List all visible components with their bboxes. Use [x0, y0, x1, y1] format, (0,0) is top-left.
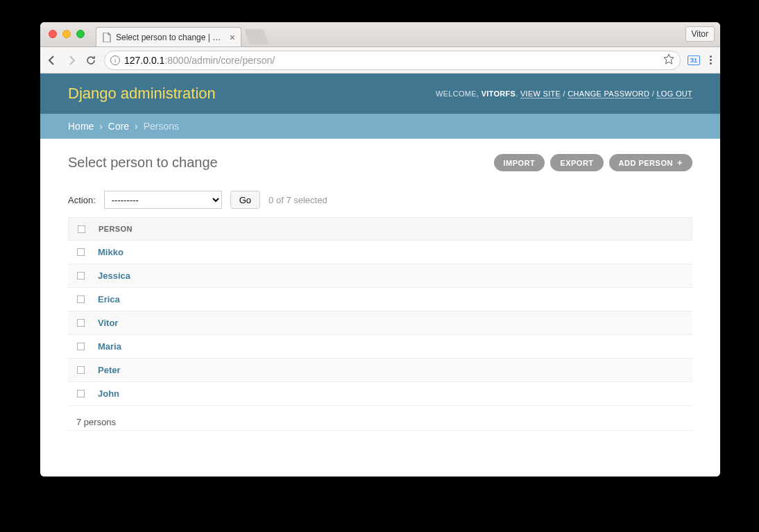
- select-all-checkbox[interactable]: [78, 225, 86, 233]
- table-row: Mikko: [68, 241, 692, 264]
- person-link[interactable]: John: [98, 388, 119, 399]
- browser-window: Select person to change | Djan × Vitor i…: [40, 22, 720, 477]
- person-link[interactable]: Vitor: [98, 318, 118, 328]
- person-link[interactable]: Jessica: [98, 271, 130, 281]
- url-text[interactable]: 127.0.0.1:8000/admin/core/person/: [124, 55, 659, 66]
- back-button[interactable]: [46, 54, 58, 67]
- row-checkbox[interactable]: [77, 366, 85, 375]
- chrome-menu-icon[interactable]: [707, 55, 715, 65]
- logout-link[interactable]: LOG OUT: [656, 89, 692, 98]
- add-person-label: ADD PERSON: [619, 159, 673, 167]
- url-host: 127.0.0.1: [124, 55, 164, 66]
- row-checkbox[interactable]: [77, 343, 85, 351]
- table-row: Maria: [68, 335, 692, 359]
- tab-title: Select person to change | Djan: [116, 33, 225, 42]
- bookmark-star-icon[interactable]: [663, 53, 674, 67]
- person-link[interactable]: Peter: [98, 365, 121, 375]
- window-controls: [49, 30, 85, 38]
- django-header: Django administration WELCOME, VITORFS. …: [40, 74, 720, 114]
- forward-button[interactable]: [65, 54, 78, 67]
- action-select[interactable]: ---------: [104, 191, 222, 209]
- content-area: Select person to change IMPORT EXPORT AD…: [40, 139, 720, 446]
- breadcrumb: Home › Core › Persons: [40, 114, 720, 139]
- add-person-button[interactable]: ADD PERSON +: [609, 154, 692, 171]
- row-checkbox[interactable]: [77, 390, 85, 398]
- table-row: Vitor: [68, 311, 692, 335]
- export-button[interactable]: EXPORT: [550, 154, 603, 171]
- person-link[interactable]: Erica: [98, 294, 120, 304]
- chrome-titlebar: Select person to change | Djan × Vitor: [40, 22, 720, 47]
- col-person-header[interactable]: PERSON: [99, 225, 133, 233]
- object-tools: IMPORT EXPORT ADD PERSON +: [494, 154, 692, 171]
- browser-toolbar: i 127.0.0.1:8000/admin/core/person/ 31: [40, 47, 720, 74]
- new-tab-button[interactable]: [244, 29, 269, 44]
- row-checkbox[interactable]: [77, 272, 85, 280]
- extension-icon[interactable]: 31: [688, 55, 700, 65]
- reload-button[interactable]: [85, 54, 97, 67]
- row-checkbox[interactable]: [77, 248, 85, 257]
- maximize-window-button[interactable]: [76, 30, 85, 38]
- table-row: Erica: [68, 288, 692, 311]
- minimize-window-button[interactable]: [62, 30, 71, 38]
- table-header-row: PERSON: [68, 217, 692, 241]
- change-password-link[interactable]: CHANGE PASSWORD: [568, 89, 649, 98]
- selection-count: 0 of 7 selected: [268, 195, 327, 205]
- address-bar[interactable]: i 127.0.0.1:8000/admin/core/person/: [104, 51, 681, 70]
- table-footer: 7 persons: [68, 406, 692, 431]
- table-row: Jessica: [68, 264, 692, 288]
- person-link[interactable]: Mikko: [98, 247, 123, 257]
- browser-tab[interactable]: Select person to change | Djan ×: [96, 27, 241, 46]
- results-table: PERSON Mikko Jessica Erica Vitor: [68, 217, 692, 431]
- row-checkbox[interactable]: [77, 319, 85, 327]
- row-checkbox[interactable]: [77, 295, 85, 304]
- actions-row: Action: --------- Go 0 of 7 selected: [68, 191, 692, 209]
- person-link[interactable]: Maria: [98, 341, 121, 352]
- action-label: Action:: [68, 195, 96, 205]
- breadcrumb-core[interactable]: Core: [108, 121, 129, 132]
- page-title: Select person to change: [68, 155, 218, 171]
- welcome-label: WELCOME,: [436, 89, 481, 98]
- breadcrumb-current: Persons: [144, 121, 179, 132]
- go-button[interactable]: Go: [230, 191, 260, 209]
- url-path: :8000/admin/core/person/: [164, 55, 275, 66]
- page-viewport: Django administration WELCOME, VITORFS. …: [40, 74, 720, 477]
- close-window-button[interactable]: [49, 30, 57, 38]
- tab-close-icon[interactable]: ×: [230, 32, 235, 43]
- import-button[interactable]: IMPORT: [494, 154, 545, 171]
- table-row: Peter: [68, 359, 692, 382]
- view-site-link[interactable]: VIEW SITE: [520, 89, 561, 98]
- site-brand[interactable]: Django administration: [68, 85, 216, 103]
- breadcrumb-home[interactable]: Home: [68, 121, 94, 132]
- plus-icon: +: [677, 158, 683, 167]
- table-row: John: [68, 382, 692, 406]
- profile-badge[interactable]: Vitor: [685, 26, 715, 42]
- site-info-icon[interactable]: i: [110, 55, 120, 65]
- page-icon: [102, 33, 112, 42]
- content-header: Select person to change IMPORT EXPORT AD…: [68, 154, 692, 171]
- user-links: WELCOME, VITORFS. VIEW SITE / CHANGE PAS…: [436, 89, 692, 98]
- username: VITORFS: [481, 89, 516, 98]
